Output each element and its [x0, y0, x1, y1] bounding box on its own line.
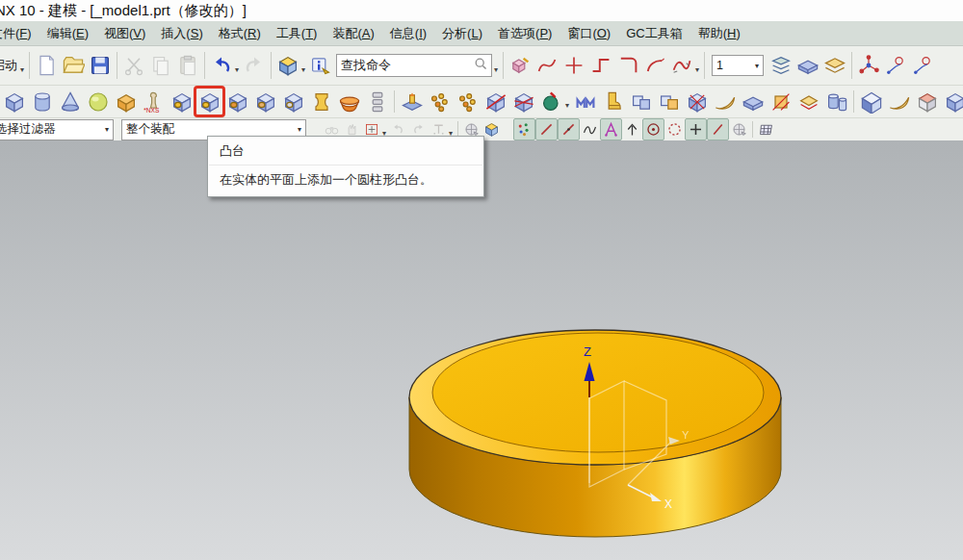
- extract-body-icon[interactable]: [112, 88, 140, 115]
- grid-icon[interactable]: [756, 119, 776, 140]
- block-icon[interactable]: [0, 88, 28, 115]
- window-style-icon[interactable]: [274, 52, 301, 79]
- layer-settings-icon[interactable]: [768, 52, 794, 79]
- sheet-body-icon[interactable]: [335, 88, 363, 115]
- offset-region-caret[interactable]: ▾: [565, 101, 569, 110]
- menu-analysis[interactable]: 分析(L): [434, 22, 490, 45]
- snap-existing-point-icon[interactable]: [600, 118, 622, 140]
- pocket-icon[interactable]: [251, 88, 279, 115]
- scale-body-icon[interactable]: [822, 88, 850, 115]
- snap-point-icon[interactable]: [513, 118, 535, 140]
- intersect-icon[interactable]: [655, 88, 683, 115]
- pattern-stack-icon[interactable]: [363, 88, 391, 115]
- snap-midpoint-icon[interactable]: [558, 118, 580, 140]
- emboss-icon[interactable]: [168, 88, 195, 115]
- sew-icon[interactable]: [739, 88, 767, 115]
- sync-modeling-icon-4[interactable]: [587, 52, 614, 79]
- menu-tools[interactable]: 工具(T): [269, 22, 325, 45]
- undo-icon[interactable]: [208, 52, 235, 79]
- snap-endpoint-icon[interactable]: [535, 118, 558, 140]
- selection-filter-combo-caret[interactable]: ▾: [105, 125, 109, 134]
- patch-icon[interactable]: [767, 88, 794, 115]
- snap-tangent-icon[interactable]: [622, 119, 642, 140]
- sync-modeling-icon-2[interactable]: [534, 52, 560, 79]
- shell-icon[interactable]: [857, 88, 885, 115]
- graphics-window[interactable]: Z X Y: [0, 140, 963, 560]
- revolve-icon[interactable]: [307, 88, 335, 115]
- menu-insert[interactable]: 插入(S): [153, 22, 210, 45]
- boss-icon[interactable]: [195, 88, 223, 115]
- menu-edit[interactable]: 编辑(E): [39, 22, 96, 45]
- menu-format[interactable]: 格式(R): [211, 22, 269, 45]
- point-dialog-icon[interactable]: [882, 52, 909, 79]
- open-file-icon[interactable]: [60, 52, 87, 79]
- command-finder-icon[interactable]: [307, 52, 334, 79]
- sync-modeling-icon-6[interactable]: [641, 52, 668, 79]
- sync-modeling-icon-3[interactable]: [560, 52, 587, 79]
- draft-icon[interactable]: [599, 88, 627, 115]
- snap-point-on-line-icon[interactable]: [707, 118, 729, 140]
- work-layer-combo-caret[interactable]: ▾: [755, 62, 759, 70]
- save-icon[interactable]: [87, 52, 114, 79]
- snap-point-on-curve-icon[interactable]: [580, 119, 600, 140]
- menu-help[interactable]: 帮助(H): [690, 22, 748, 45]
- find-command-box[interactable]: [336, 54, 492, 77]
- menu-gc-toolbox[interactable]: GC工具箱: [618, 22, 690, 45]
- separator: [851, 52, 852, 79]
- pattern-feature-icon[interactable]: [426, 88, 454, 115]
- menu-information[interactable]: 信息(I): [382, 22, 434, 45]
- find-command-caret[interactable]: ▾: [494, 65, 498, 74]
- redo-icon[interactable]: [241, 52, 268, 79]
- menu-window[interactable]: 窗口(O): [560, 22, 618, 45]
- cylinder-icon[interactable]: [28, 88, 56, 115]
- menu-assemblies[interactable]: 装配(A): [325, 22, 381, 45]
- cut-icon[interactable]: [120, 52, 147, 79]
- trim-body-icon[interactable]: [482, 88, 509, 115]
- mirror-feature-icon[interactable]: [571, 88, 599, 115]
- groove-icon[interactable]: [279, 88, 307, 115]
- layer-visible-icon[interactable]: [794, 52, 821, 79]
- snap-center-icon[interactable]: [642, 118, 664, 140]
- subtract-icon[interactable]: [683, 88, 711, 115]
- paste-icon[interactable]: [174, 52, 201, 79]
- layer-category-icon[interactable]: [821, 52, 848, 79]
- sheet-trim-icon[interactable]: [711, 88, 739, 115]
- snap-quadrant-icon[interactable]: [664, 119, 685, 140]
- work-layer-combo[interactable]: 1▾: [712, 55, 764, 76]
- snap-point-on-surface-icon[interactable]: [729, 119, 749, 140]
- cone-icon[interactable]: [56, 88, 84, 115]
- window-style-caret[interactable]: ▾: [301, 65, 305, 74]
- copy-icon[interactable]: [147, 52, 174, 79]
- shaded-view-icon[interactable]: [482, 119, 502, 140]
- sphere-icon[interactable]: [84, 88, 112, 115]
- sync-modeling-icon-7[interactable]: [668, 52, 695, 79]
- offset-face-icon[interactable]: [794, 88, 822, 115]
- sync-modeling-icon-1[interactable]: [507, 52, 534, 79]
- selection-filter-combo[interactable]: 选择过滤器▾: [0, 119, 114, 140]
- datum-platform-icon[interactable]: [398, 88, 426, 115]
- wrap-geometry-icon[interactable]: [885, 88, 913, 115]
- sync-modeling-caret[interactable]: ▾: [695, 65, 699, 74]
- find-command-input[interactable]: [337, 59, 473, 73]
- new-file-icon[interactable]: [33, 52, 60, 79]
- chamfer-icon[interactable]: [913, 88, 941, 115]
- menu-preferences[interactable]: 首选项(P): [490, 22, 560, 45]
- undo-caret[interactable]: ▾: [235, 65, 239, 74]
- model-top-face[interactable]: [432, 333, 764, 452]
- unite-icon[interactable]: [627, 88, 655, 115]
- start-menu-caret[interactable]: ▾: [20, 65, 24, 74]
- nxs-tool-icon[interactable]: *NXS: [140, 88, 168, 115]
- datum-csys-icon[interactable]: [855, 52, 882, 79]
- sync-modeling-icon-5[interactable]: [614, 52, 641, 79]
- edge-blend-icon[interactable]: [941, 88, 963, 115]
- split-body-icon[interactable]: [509, 88, 537, 115]
- menu-view[interactable]: 视图(V): [96, 22, 153, 45]
- vector-dialog-icon[interactable]: [909, 52, 936, 79]
- pattern-geometry-icon[interactable]: [454, 88, 482, 115]
- pad-icon[interactable]: [223, 88, 251, 115]
- selection-scope-combo-caret[interactable]: ▾: [298, 125, 301, 134]
- start-menu-button[interactable]: 启动: [0, 57, 20, 74]
- menu-file[interactable]: 文件(F): [0, 22, 39, 45]
- snap-intersection-icon[interactable]: [685, 118, 707, 140]
- offset-region-icon[interactable]: [537, 88, 565, 115]
